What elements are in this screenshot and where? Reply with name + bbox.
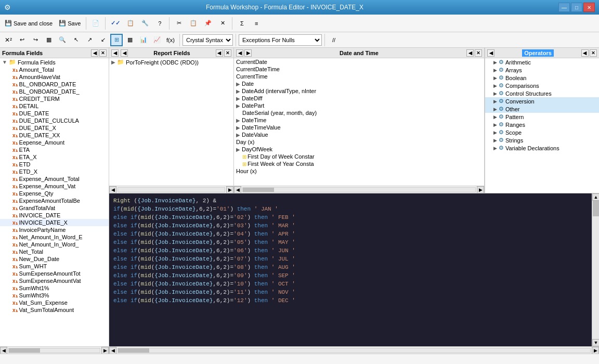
ptr-button[interactable]: ↖ [70,34,82,46]
functions-tree[interactable]: CurrentDateCurrentDateTimeCurrentTime▶Da… [234,58,484,186]
fn-left-btn[interactable]: ◀ [236,49,243,57]
help-button[interactable]: ? [153,17,166,30]
function-item[interactable]: Day (x) [234,138,484,146]
grid-button[interactable]: ▦ [124,34,136,46]
operator-item[interactable]: ▶ ⚙ Comparisons [485,82,599,89]
field-item[interactable]: x₁INVOICE_DATE [0,212,109,219]
minimize-button[interactable]: — [558,3,570,12]
code-editor[interactable]: Right ({Job.InvoiceDate}, 2) &if(mid({Jo… [109,193,599,346]
field-item[interactable]: x₁SumWht3% [0,292,109,299]
field-item[interactable]: x₁Amount_Total [0,66,109,73]
close-button[interactable]: ✕ [583,3,595,12]
r-hscroll-left[interactable]: ◀ [109,186,116,193]
operator-item[interactable]: ▶ ⚙ Strings [485,136,599,144]
function-button[interactable]: f(x) [164,34,177,46]
field-item[interactable]: x₁BL_ONBOARD_DATE [0,81,109,88]
vscroll-track[interactable] [592,201,599,339]
function-item[interactable]: ▶Date [234,80,484,87]
report-root-item[interactable]: ▶ 📁 PorToFreight (ODBC (RDO)) [109,58,233,66]
function-item[interactable]: ⊞First Week of Year Consta [234,160,484,167]
function-item[interactable]: CurrentDate [234,58,484,66]
field-item[interactable]: x₁Eepense_Amount [0,139,109,146]
field-item[interactable]: x₁Vat_Sum_Expense [0,299,109,306]
save-close-button[interactable]: 💾 Save and close [2,17,55,30]
field-item[interactable]: x₁GrandTotalVat [0,204,109,212]
op-left-btn[interactable]: ◀ [487,49,494,57]
fn-hscroll[interactable]: ◀ ▶ [234,186,484,193]
copy-button[interactable]: 📋 [187,17,200,30]
vscroll-thumb[interactable] [593,201,599,216]
delete-button[interactable]: ✕ [216,17,229,30]
field-item[interactable]: x₁SumExpenseAmountVat [0,277,109,284]
fn-hscroll-track[interactable] [242,187,476,192]
field-item[interactable]: x₁AmountHaveVat [0,73,109,81]
report-expand-btn[interactable]: ◀ [111,49,119,57]
operator-item[interactable]: ▶ ⚙ Arrays [485,66,599,74]
field-item[interactable]: x₁ETA [0,146,109,153]
function-item[interactable]: ▶DateDiff [234,95,484,102]
fn-hscroll-left[interactable]: ◀ [234,186,241,193]
field-item[interactable]: x₁INVOICE_DATE_X [0,219,109,226]
operator-item[interactable]: ▶ ⚙ Arithmetic [485,58,599,66]
formula-fields-root[interactable]: ▼ 📁 Formula Fields [0,58,109,66]
field-item[interactable]: x₁ETA_X [0,153,109,161]
operator-item[interactable]: ▶ ⚙ Variable Declarations [485,144,599,152]
field-item[interactable]: x₁DUE_DATE_X [0,124,109,132]
sort-button[interactable]: ≡ [250,17,263,30]
function-item[interactable]: CurrentTime [234,73,484,80]
panel-pin-button[interactable]: ◀ [91,49,98,57]
operator-item[interactable]: ▶ ⚙ Boolean [485,74,599,82]
find-button[interactable]: 🔧 [138,17,152,30]
field-item[interactable]: x₁SumExpenseAmountTot [0,270,109,277]
panel-close-button[interactable]: ✕ [99,49,107,57]
operator-item[interactable]: ▶ ⚙ Pattern [485,113,599,121]
function-item[interactable]: DateSerial (year, month, day) [234,109,484,116]
syntax-select[interactable]: Crystal Syntax Basic Syntax [183,34,233,46]
field-item[interactable]: x₁CREDIT_TERM [0,95,109,102]
fn-hscroll-right[interactable]: ▶ [477,186,484,193]
vscroll-down[interactable]: ▼ [592,339,599,346]
exceptions-select[interactable]: Exceptions For Nulls No Exceptions for N… [239,34,322,46]
format-button[interactable]: Σ [235,17,249,30]
field-item[interactable]: x₁Net_Amount_In_Word_ [0,241,109,248]
field-item[interactable]: x₁New_Due_Date [0,255,109,263]
report-pin-btn[interactable]: ◀ [216,49,223,57]
report-close-btn[interactable]: ◀ [121,49,128,57]
paste-button[interactable]: 📌 [201,17,215,30]
r-hscroll-right[interactable]: ▶ [226,186,233,193]
r-hscroll-track[interactable] [118,187,225,192]
redo-button[interactable]: ↪ [29,34,42,46]
new-button[interactable]: 📄 [89,17,102,30]
field-item[interactable]: x₁DUE_DATE [0,110,109,117]
field-item[interactable]: x₁ETD_X [0,168,109,175]
vscroll-up[interactable]: ▲ [592,193,599,201]
function-item[interactable]: ▶DayOfWeek [234,146,484,153]
function-item[interactable]: ▶DateTimeValue [234,124,484,131]
field-item[interactable]: x₁Expense_Amount_Total [0,175,109,183]
comment-button[interactable]: // [328,34,340,46]
field-item[interactable]: x₁Expense_Qty [0,190,109,197]
filter-button[interactable]: ▦ [43,34,55,46]
ptr3-button[interactable]: ↙ [97,34,109,46]
left-panel-hscroll[interactable]: ◀ ▶ [0,346,109,354]
operator-item[interactable]: ▶ ⚙ Control Structures [485,89,599,97]
report-x-btn[interactable]: ✕ [224,49,231,57]
formula-fields-tree[interactable]: ▼ 📁 Formula Fields x₁Amount_Totalx₁Amoun… [0,58,109,346]
function-item[interactable]: ▶DatePart [234,102,484,109]
op-x-btn[interactable]: ✕ [590,49,597,57]
active-mode-button[interactable]: ⊞ [110,34,123,46]
report-hscroll[interactable]: ◀ ▶ [109,186,233,193]
field-item[interactable]: x₁DUE_DATE_XX [0,132,109,139]
undo-button[interactable]: ↩ [16,34,28,46]
field-item[interactable]: x₁BL_ONBOARD_DATE_ [0,88,109,95]
save-button[interactable]: 💾 Save [56,17,83,30]
operator-item[interactable]: ▶ ⚙ Conversion [485,97,599,105]
operator-item[interactable]: ▶ ⚙ Ranges [485,121,599,128]
e-hscroll-right[interactable]: ▶ [592,347,599,354]
fn-x-btn[interactable]: ✕ [475,49,482,57]
e-hscroll-track[interactable] [118,348,591,353]
hscroll-left[interactable]: ◀ [0,347,7,354]
function-item[interactable]: Hour (x) [234,167,484,175]
operators-tree[interactable]: ▶ ⚙ Arithmetic ▶ ⚙ Arrays ▶ ⚙ Boolean ▶ … [485,58,599,193]
field-item[interactable]: x₁Vat_SumTotalAmount [0,306,109,314]
